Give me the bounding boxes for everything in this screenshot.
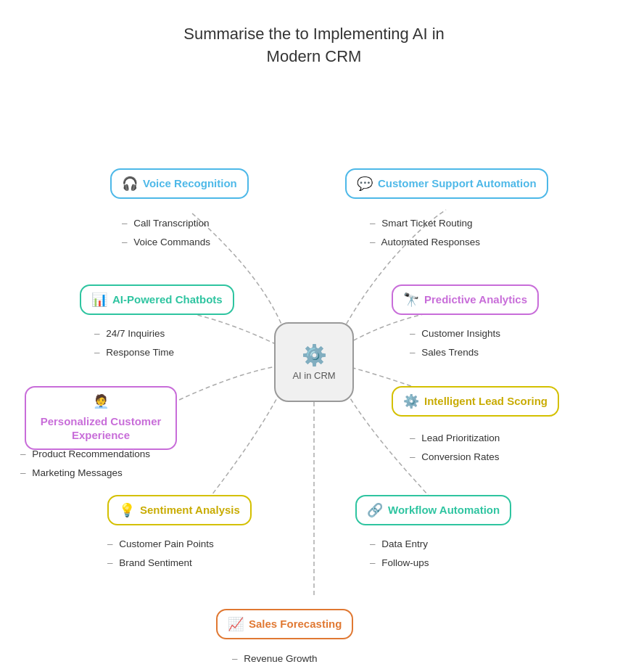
chatbots-sub1: 24/7 Inquiries xyxy=(94,328,165,339)
voice-sub1: Call Transcription xyxy=(122,218,210,229)
chatbots-bubble: 📊 AI-Powered Chatbots xyxy=(80,284,234,315)
support-sub2: Automated Responses xyxy=(370,237,480,247)
center-icon: ⚙️ xyxy=(302,343,327,367)
predictive-bubble: 🔭 Predictive Analytics xyxy=(392,284,539,315)
center-node: ⚙️ AI in CRM xyxy=(274,322,354,402)
voice-icon: 🎧 xyxy=(122,176,138,192)
sales-icon: 📈 xyxy=(228,616,244,632)
page-title: Summarise the to Implementing AI in Mode… xyxy=(0,0,628,68)
sentiment-icon: 💡 xyxy=(119,502,135,518)
sales-sub1: Revenue Growth xyxy=(232,653,318,664)
workflow-icon: 🔗 xyxy=(367,502,383,518)
voice-sub2: Voice Commands xyxy=(122,237,210,247)
workflow-sub2: Follow-ups xyxy=(370,557,429,568)
support-sub1: Smart Ticket Routing xyxy=(370,218,473,229)
lead-scoring-bubble: ⚙️ Intelligent Lead Scoring xyxy=(392,386,559,417)
customer-support-bubble: 💬 Customer Support Automation xyxy=(345,168,548,199)
personalized-icon: 🧑‍💼 xyxy=(93,393,109,409)
workflow-sub1: Data Entry xyxy=(370,538,428,549)
lead-sub1: Lead Prioritization xyxy=(410,433,500,443)
predictive-sub2: Sales Trends xyxy=(410,347,479,358)
personalized-sub2: Marketing Messages xyxy=(20,467,123,478)
sentiment-sub1: Customer Pain Points xyxy=(107,538,214,549)
lead-sub2: Conversion Rates xyxy=(410,451,500,462)
workflow-bubble: 🔗 Workflow Automation xyxy=(355,495,511,525)
chatbot-icon: 📊 xyxy=(91,292,107,308)
personalized-sub1: Product Recommendations xyxy=(20,448,150,459)
sentiment-bubble: 💡 Sentiment Analysis xyxy=(107,495,252,525)
sentiment-sub2: Brand Sentiment xyxy=(107,557,192,568)
support-icon: 💬 xyxy=(357,176,373,192)
chatbots-sub2: Response Time xyxy=(94,347,174,358)
predictive-icon: 🔭 xyxy=(403,292,419,308)
predictive-sub1: Customer Insights xyxy=(410,328,500,339)
center-label: AI in CRM xyxy=(292,370,335,381)
sales-bubble: 📈 Sales Forecasting xyxy=(216,609,353,639)
lead-icon: ⚙️ xyxy=(403,393,419,409)
voice-recognition-bubble: 🎧 Voice Recognition xyxy=(110,168,249,199)
personalized-bubble: 🧑‍💼 Personalized Customer Experience xyxy=(25,386,177,450)
diagram: .dash { stroke: #aaa; stroke-width: 1.5;… xyxy=(0,75,628,672)
